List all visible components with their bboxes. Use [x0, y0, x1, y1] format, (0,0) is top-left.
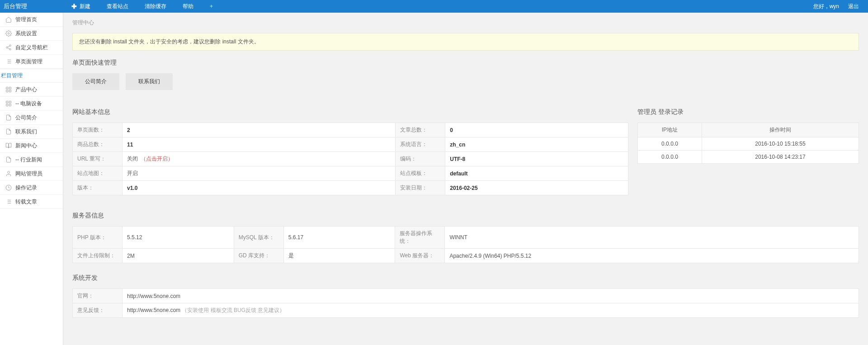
nav-clear-cache[interactable]: 清除缓存 — [137, 0, 175, 13]
side-industry-news[interactable]: -- 行业新闻 — [0, 153, 63, 167]
log-header-time: 操作时间 — [702, 123, 859, 137]
log-time: 2016-10-08 14:23:17 — [702, 151, 859, 164]
logo: 后台管理 — [0, 2, 63, 10]
list-icon — [5, 198, 12, 205]
svg-point-3 — [9, 48, 11, 50]
side-label: 产品中心 — [15, 86, 37, 94]
log-row: 0.0.0.0 2016-10-08 14:23:17 — [638, 151, 859, 164]
side-single-page[interactable]: 单页面管理 — [0, 55, 63, 69]
side-home[interactable]: 管理首页 — [0, 13, 63, 27]
label-feedback: 意见反馈： — [73, 303, 123, 318]
svg-rect-12 — [6, 87, 8, 89]
side-contact-us[interactable]: 联系我们 — [0, 125, 63, 139]
value-gd: 是 — [283, 249, 395, 263]
side-label: -- 行业新闻 — [15, 156, 42, 164]
side-custom-nav[interactable]: 自定义导航栏 — [0, 41, 63, 55]
dev-title: 系统开发 — [72, 274, 859, 282]
label-upload: 文件上传限制： — [73, 249, 123, 263]
tab-contact-us[interactable]: 联系我们 — [126, 73, 173, 90]
value-encoding: UTF-8 — [450, 156, 465, 162]
label-os: 服务器操作系统： — [395, 227, 445, 249]
logout-link[interactable]: 退出 — [848, 3, 859, 10]
gear-icon — [5, 30, 12, 37]
log-row: 0.0.0.0 2016-10-10 15:18:55 — [638, 137, 859, 151]
value-php: 5.5.12 — [123, 227, 234, 249]
list-icon — [5, 58, 12, 65]
side-label: 公司简介 — [15, 114, 37, 122]
label-goods: 商品总数： — [73, 137, 123, 152]
svg-point-20 — [8, 171, 10, 174]
book-icon — [5, 142, 12, 149]
side-op-log[interactable]: 操作记录 — [0, 181, 63, 195]
side-product[interactable]: 产品中心 — [0, 83, 63, 97]
side-computer-equip[interactable]: -- 电脑设备 — [0, 97, 63, 111]
log-header-ip: IP地址 — [638, 123, 702, 137]
side-label: -- 电脑设备 — [15, 100, 42, 108]
plus-icon: ✚ — [71, 3, 77, 10]
value-sitemap: 开启 — [123, 166, 396, 181]
side-company-intro[interactable]: 公司简介 — [0, 111, 63, 125]
svg-line-4 — [8, 46, 9, 47]
log-ip: 0.0.0.0 — [638, 151, 702, 164]
side-site-admin[interactable]: 网站管理员 — [0, 167, 63, 181]
admin-log-table: IP地址 操作时间 0.0.0.0 2016-10-10 15:18:55 0.… — [637, 123, 859, 164]
svg-rect-19 — [6, 104, 8, 106]
site-info-title: 网站基本信息 — [72, 108, 628, 116]
value-template: default — [450, 170, 467, 177]
value-lang: zh_cn — [450, 142, 465, 148]
side-label: 系统设置 — [15, 30, 37, 38]
side-label: 转载文章 — [15, 198, 37, 206]
label-articles: 文章总数： — [396, 123, 445, 137]
quick-tabs: 公司简介 联系我们 — [72, 73, 859, 90]
value-site[interactable]: http://www.5none.com — [123, 289, 859, 303]
side-label: 自定义导航栏 — [15, 44, 48, 52]
share-icon — [5, 44, 12, 51]
value-upload: 2M — [123, 249, 234, 263]
side-settings[interactable]: 系统设置 — [0, 27, 63, 41]
quick-manage-title: 单页面快速管理 — [72, 59, 859, 67]
nav-help[interactable]: 帮助 — [175, 0, 202, 13]
side-news-center[interactable]: 新闻中心 — [0, 139, 63, 153]
user-icon — [5, 170, 12, 177]
server-info-table: PHP 版本： 5.5.12 MySQL 版本： 5.6.17 服务器操作系统：… — [72, 226, 859, 263]
breadcrumb: 管理中心 — [72, 19, 859, 27]
file-icon — [5, 128, 12, 135]
nav-view-site[interactable]: 查看站点 — [99, 0, 137, 13]
side-label: 管理首页 — [15, 16, 37, 24]
install-warning-alert: 您还没有删除 install 文件夹，出于安全的考虑，建议您删除 install… — [72, 33, 859, 51]
side-label: 网站管理员 — [15, 170, 42, 178]
url-rewrite-enable-link[interactable]: （点击开启） — [141, 156, 173, 162]
value-feedback[interactable]: http://www.5none.com — [127, 307, 180, 313]
server-info-title: 服务器信息 — [72, 212, 859, 220]
value-os: WINNT — [445, 227, 859, 249]
label-sitemap: 站点地图： — [73, 166, 123, 181]
side-label: 操作记录 — [15, 184, 37, 192]
dev-table: 官网： http://www.5none.com 意见反馈： http://ww… — [72, 288, 859, 318]
svg-rect-15 — [6, 90, 8, 92]
label-gd: GD 库支持： — [234, 249, 283, 263]
side-group-columns: 栏目管理 — [0, 69, 63, 83]
sidebar: 管理首页 系统设置 自定义导航栏 单页面管理 栏目管理 产品中心 -- 电脑设备… — [0, 13, 63, 345]
nav-plus[interactable]: + — [202, 0, 221, 13]
side-repost[interactable]: 转载文章 — [0, 195, 63, 209]
svg-point-1 — [9, 45, 11, 47]
grid-icon — [5, 86, 12, 93]
feedback-note: （安装使用 模板交流 BUG反馈 意见建议） — [182, 307, 285, 313]
value-articles: 0 — [450, 127, 453, 133]
site-info-table: 单页面数： 2 文章总数： 0 商品总数： 11 系统语言： zh_cn URL… — [72, 123, 628, 195]
svg-rect-16 — [6, 101, 8, 103]
svg-point-0 — [8, 33, 9, 34]
value-mysql: 5.6.17 — [283, 227, 395, 249]
admin-log-title: 管理员 登录记录 — [637, 108, 859, 116]
label-version: 版本： — [73, 181, 123, 195]
tab-company-intro[interactable]: 公司简介 — [72, 73, 119, 90]
topbar: 后台管理 ✚新建 查看站点 清除缓存 帮助 + 您好，wyn 退出 — [0, 0, 868, 13]
svg-line-5 — [8, 48, 9, 49]
side-label: 新闻中心 — [15, 142, 37, 150]
nav-new[interactable]: ✚新建 — [63, 0, 99, 13]
svg-rect-13 — [9, 87, 11, 89]
label-pages: 单页面数： — [73, 123, 123, 137]
label-site: 官网： — [73, 289, 123, 303]
value-version: v1.0 — [127, 185, 137, 191]
label-php: PHP 版本： — [73, 227, 123, 249]
